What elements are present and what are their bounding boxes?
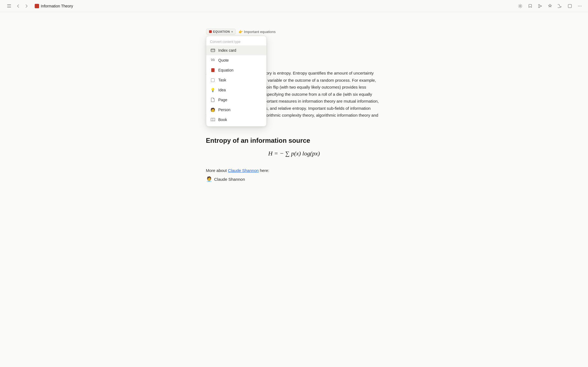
- bookmark-button[interactable]: [526, 2, 534, 10]
- person-card[interactable]: 🧑‍💼 Claude Shannon: [206, 176, 382, 182]
- svg-point-5: [579, 6, 580, 6]
- equation-item-label: Equation: [218, 68, 234, 72]
- bookmark-icon: [528, 4, 532, 8]
- person-icon: 🧑: [210, 107, 216, 113]
- person-name: Claude Shannon: [214, 177, 245, 182]
- svg-point-0: [520, 5, 521, 7]
- claude-shannon-link[interactable]: Claude Shannon: [228, 168, 259, 173]
- dropdown-header: Convert content type: [206, 38, 266, 45]
- book-icon: [210, 117, 216, 122]
- nav-buttons: [4, 2, 30, 10]
- svg-point-1: [538, 4, 540, 6]
- svg-rect-3: [568, 4, 571, 8]
- rectangle-button[interactable]: [566, 2, 574, 10]
- equation-icon: [210, 67, 216, 73]
- menu-icon: [6, 3, 12, 9]
- star-icon: [548, 4, 552, 8]
- page-body: EQUATION ▾ 👉 Important equations Convert…: [195, 12, 393, 367]
- section-heading: Entropy of an information source: [206, 137, 382, 144]
- idea-icon: 💡: [210, 87, 216, 93]
- convert-type-dropdown: Convert content type Index card: [206, 36, 267, 127]
- page-label: Page: [218, 98, 227, 102]
- equation-tag[interactable]: EQUATION ▾: [206, 29, 236, 35]
- tag-area: EQUATION ▾ 👉 Important equations Convert…: [206, 29, 382, 35]
- equation-dot: [209, 30, 212, 33]
- important-tag: 👉 Important equations: [239, 30, 276, 34]
- more-button[interactable]: [576, 2, 584, 10]
- svg-point-2: [538, 7, 540, 8]
- dropdown-item-equation[interactable]: Equation: [206, 65, 266, 75]
- moon-button[interactable]: [556, 2, 564, 10]
- index-card-label: Index card: [218, 48, 236, 53]
- star-button[interactable]: [546, 2, 554, 10]
- scissors-icon: [538, 4, 542, 8]
- page-title-area: Information Theory: [35, 4, 73, 8]
- quote-icon: [210, 57, 216, 63]
- dropdown-item-task[interactable]: Task: [206, 75, 266, 85]
- scissors-button[interactable]: [536, 2, 544, 10]
- more-about-prefix: More about: [206, 168, 227, 173]
- equation-label: EQUATION: [213, 30, 230, 33]
- forward-button[interactable]: [23, 2, 30, 10]
- settings-button[interactable]: [516, 2, 524, 10]
- more-icon: [578, 4, 582, 8]
- chevron-down-icon: ▾: [231, 30, 233, 33]
- task-icon: [210, 77, 216, 83]
- back-icon: [16, 4, 20, 8]
- rectangle-icon: [568, 4, 572, 8]
- book-label: Book: [218, 117, 227, 122]
- idea-label: Idea: [218, 88, 226, 92]
- main-content: EQUATION ▾ 👉 Important equations Convert…: [0, 12, 588, 367]
- formula-text: H = − ∑ p(x) log(px): [268, 150, 320, 157]
- titlebar: Information Theory: [0, 0, 588, 12]
- dropdown-item-idea[interactable]: 💡 Idea: [206, 85, 266, 95]
- svg-point-4: [578, 6, 579, 6]
- forward-icon: [24, 4, 29, 8]
- quote-label: Quote: [218, 58, 229, 62]
- settings-icon: [518, 4, 522, 8]
- toolbar-right: [516, 2, 584, 10]
- moon-icon: [558, 4, 562, 8]
- task-label: Task: [218, 78, 226, 82]
- menu-button[interactable]: [4, 2, 14, 10]
- svg-rect-7: [211, 49, 215, 52]
- dropdown-item-page[interactable]: Page: [206, 95, 266, 105]
- more-about-text: More about Claude Shannon here:: [206, 168, 382, 173]
- formula-block: H = − ∑ p(x) log(px): [206, 150, 382, 157]
- person-emoji-icon: 🧑‍💼: [206, 176, 212, 182]
- title-bookmark-icon: [35, 4, 39, 8]
- dropdown-item-index-card[interactable]: Index card: [206, 45, 266, 55]
- page-title: Information Theory: [41, 4, 73, 8]
- index-card-icon: [210, 48, 216, 53]
- svg-point-6: [581, 6, 581, 6]
- dropdown-item-person[interactable]: 🧑 Person: [206, 105, 266, 115]
- page-icon: [210, 97, 216, 103]
- more-about-suffix: here:: [260, 168, 269, 173]
- back-button[interactable]: [14, 2, 22, 10]
- titlebar-left: Information Theory: [4, 2, 73, 10]
- person-label: Person: [218, 108, 231, 112]
- dropdown-item-book[interactable]: Book: [206, 115, 266, 125]
- dropdown-item-quote[interactable]: Quote: [206, 55, 266, 65]
